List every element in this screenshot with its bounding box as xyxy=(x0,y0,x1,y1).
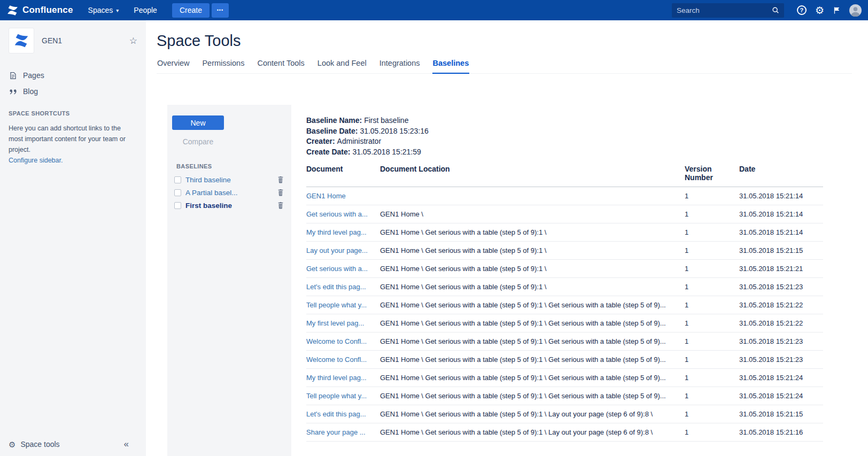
column-header: Version Number xyxy=(685,165,739,187)
document-date: 31.05.2018 15:21:16 xyxy=(739,423,823,442)
document-link[interactable]: Get serious with a... xyxy=(306,210,368,218)
sidebar-item-pages[interactable]: Pages xyxy=(0,67,146,83)
space-header: GEN1 ☆ xyxy=(0,20,146,53)
trash-icon[interactable] xyxy=(277,202,284,209)
table-row: Get serious with a...GEN1 Home \131.05.2… xyxy=(306,205,823,223)
baseline-link[interactable]: Third baseline xyxy=(185,176,231,184)
tab-overview[interactable]: Overview xyxy=(157,59,190,73)
column-header: Document Location xyxy=(380,165,685,187)
table-row: Let's edit this pag...GEN1 Home \ Get se… xyxy=(306,405,823,423)
column-header: Date xyxy=(739,165,823,187)
tab-baselines[interactable]: Baselines xyxy=(432,59,470,74)
more-actions-button[interactable]: ••• xyxy=(212,3,229,18)
document-link[interactable]: My third level pag... xyxy=(306,374,367,382)
baselines-panel: New Compare BASELINES Third baselineA Pa… xyxy=(167,105,291,456)
sidebar-nav: Pages Blog xyxy=(0,67,146,99)
trash-icon[interactable] xyxy=(277,189,284,196)
compare-button[interactable]: Compare xyxy=(172,137,224,146)
version-number: 1 xyxy=(685,223,739,242)
baseline-link[interactable]: First baseline xyxy=(185,202,232,210)
document-location: GEN1 Home \ Get serious with a table (st… xyxy=(380,333,685,351)
version-number: 1 xyxy=(685,314,739,333)
table-row: Let's edit this pag...GEN1 Home \ Get se… xyxy=(306,278,823,296)
document-location: GEN1 Home \ Get serious with a table (st… xyxy=(380,242,685,260)
baseline-checkbox[interactable] xyxy=(174,202,181,209)
detail-field: Creater: Administrator xyxy=(306,136,823,147)
baseline-documents-table: DocumentDocument LocationVersion NumberD… xyxy=(306,165,823,442)
document-date: 31.05.2018 15:21:24 xyxy=(739,369,823,387)
search-box[interactable] xyxy=(672,3,784,18)
settings-gear-icon[interactable]: ⚙ xyxy=(815,5,824,16)
space-tools-link[interactable]: Space tools xyxy=(20,440,59,449)
space-shortcuts-heading: SPACE SHORTCUTS xyxy=(9,110,137,117)
document-link[interactable]: Share your page ... xyxy=(306,428,366,436)
document-date: 31.05.2018 15:21:15 xyxy=(739,242,823,260)
baseline-item: A Partial basel... xyxy=(167,186,291,199)
document-date: 31.05.2018 15:21:24 xyxy=(739,387,823,405)
baseline-checkbox[interactable] xyxy=(174,189,181,196)
tab-look-and-feel[interactable]: Look and Feel xyxy=(317,59,367,73)
space-logo[interactable] xyxy=(9,28,34,53)
document-date: 31.05.2018 15:21:21 xyxy=(739,260,823,278)
table-row: Get serious with a...GEN1 Home \ Get ser… xyxy=(306,260,823,278)
nav-people[interactable]: People xyxy=(134,6,157,14)
tab-permissions[interactable]: Permissions xyxy=(201,59,245,73)
document-link[interactable]: Let's edit this pag... xyxy=(306,283,366,291)
sidebar-item-blog[interactable]: Blog xyxy=(0,83,146,99)
new-baseline-button[interactable]: New xyxy=(172,115,224,130)
document-link[interactable]: My first level pag... xyxy=(306,319,364,327)
document-location: GEN1 Home \ Get serious with a table (st… xyxy=(380,405,685,423)
sidebar-item-label: Pages xyxy=(23,71,44,80)
document-link[interactable]: My third level pag... xyxy=(306,228,367,236)
confluence-home-link[interactable]: Confluence xyxy=(6,4,73,17)
document-location: GEN1 Home \ Get serious with a table (st… xyxy=(380,369,685,387)
document-link[interactable]: Get serious with a... xyxy=(306,265,368,273)
space-sidebar: GEN1 ☆ Pages Blog xyxy=(0,20,146,456)
configure-sidebar-link[interactable]: Configure sidebar. xyxy=(9,157,63,164)
document-date: 31.05.2018 15:21:23 xyxy=(739,351,823,369)
favourite-star-icon[interactable]: ☆ xyxy=(129,35,137,47)
baselines-heading: BASELINES xyxy=(176,163,291,169)
document-link[interactable]: Lay out your page... xyxy=(306,246,368,254)
document-link[interactable]: Tell people what y... xyxy=(306,301,367,309)
table-row: My third level pag...GEN1 Home \ Get ser… xyxy=(306,369,823,387)
baseline-link[interactable]: A Partial basel... xyxy=(185,189,238,197)
document-date: 31.05.2018 15:21:14 xyxy=(739,187,823,205)
main-content: Space Tools OverviewPermissionsContent T… xyxy=(146,20,868,456)
page-icon xyxy=(9,72,17,80)
search-icon[interactable] xyxy=(772,6,779,14)
create-button[interactable]: Create xyxy=(172,3,210,18)
table-row: Lay out your page...GEN1 Home \ Get seri… xyxy=(306,242,823,260)
version-number: 1 xyxy=(685,387,739,405)
tab-integrations[interactable]: Integrations xyxy=(379,59,421,73)
document-location: GEN1 Home \ Get serious with a table (st… xyxy=(380,278,685,296)
document-link[interactable]: GEN1 Home xyxy=(306,192,346,200)
announcements-flag-icon[interactable] xyxy=(833,6,841,14)
table-row: GEN1 Home131.05.2018 15:21:14 xyxy=(306,187,823,205)
table-row: My first level pag...GEN1 Home \ Get ser… xyxy=(306,314,823,333)
version-number: 1 xyxy=(685,278,739,296)
help-icon[interactable]: ? xyxy=(797,5,807,15)
collapse-sidebar-button[interactable]: « xyxy=(124,439,129,450)
nav-spaces[interactable]: Spaces ▾ xyxy=(88,6,119,14)
document-location: GEN1 Home \ Get serious with a table (st… xyxy=(380,296,685,314)
space-tools-gear-icon[interactable]: ⚙ xyxy=(9,440,15,449)
document-link[interactable]: Let's edit this pag... xyxy=(306,410,366,418)
search-input[interactable] xyxy=(677,6,772,14)
version-number: 1 xyxy=(685,333,739,351)
document-link[interactable]: Tell people what y... xyxy=(306,392,367,400)
document-date: 31.05.2018 15:21:14 xyxy=(739,223,823,242)
trash-icon[interactable] xyxy=(277,176,284,183)
space-shortcuts-text: Here you can add shortcut links to the m… xyxy=(9,123,133,155)
baseline-details-column: Baseline Name: First baselineBaseline Da… xyxy=(291,105,868,456)
user-avatar[interactable] xyxy=(849,4,862,17)
baseline-checkbox[interactable] xyxy=(174,176,181,183)
document-link[interactable]: Welcome to Confl... xyxy=(306,337,367,345)
document-link[interactable]: Welcome to Confl... xyxy=(306,355,367,364)
document-location: GEN1 Home \ Get serious with a table (st… xyxy=(380,387,685,405)
version-number: 1 xyxy=(685,187,739,205)
sidebar-item-label: Blog xyxy=(23,87,38,96)
version-number: 1 xyxy=(685,369,739,387)
document-location: GEN1 Home \ Get serious with a table (st… xyxy=(380,423,685,442)
tab-content-tools[interactable]: Content Tools xyxy=(257,59,305,73)
